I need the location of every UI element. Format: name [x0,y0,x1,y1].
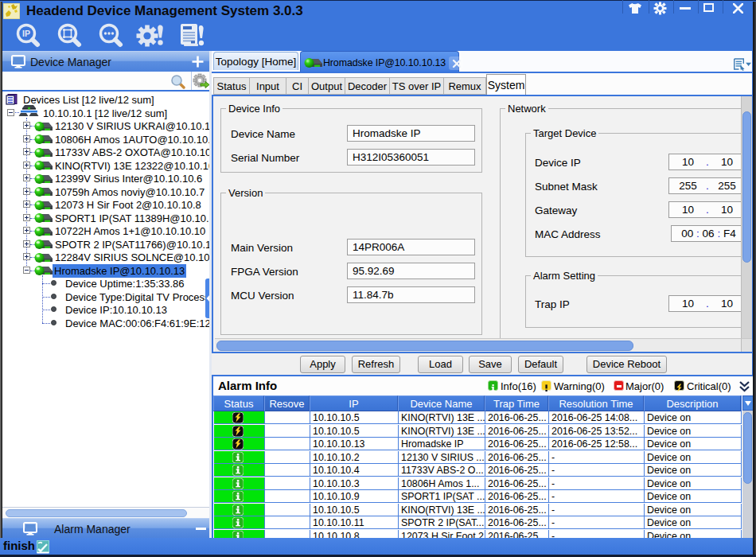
svg-text:IP: IP [22,29,30,38]
